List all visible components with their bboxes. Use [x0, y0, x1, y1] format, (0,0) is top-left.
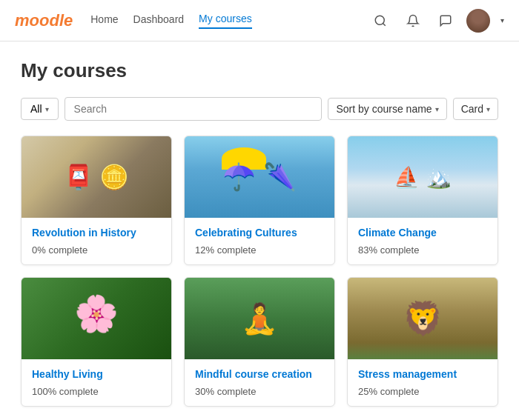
course-name-2[interactable]: Celebrating Cultures: [195, 227, 324, 239]
filters-row: All ▾ Sort by course name ▾ Card ▾: [21, 97, 498, 121]
filter-all-label: All: [30, 103, 42, 115]
search-icon-button[interactable]: [368, 9, 392, 33]
filter-all-button[interactable]: All ▾: [21, 98, 59, 120]
search-icon: [374, 14, 387, 27]
logo[interactable]: moodle: [15, 11, 73, 30]
course-info-1: Revolution in History 0% complete: [22, 218, 171, 264]
course-progress-3: 83% complete: [358, 244, 487, 256]
page-title: My courses: [21, 59, 498, 82]
course-image-4: [22, 278, 171, 359]
course-progress-1: 0% complete: [32, 244, 161, 256]
search-input[interactable]: [65, 97, 323, 121]
main-content: My courses All ▾ Sort by course name ▾ C…: [0, 41, 519, 420]
nav-links: Home Dashboard My courses: [90, 13, 368, 29]
course-grid: Revolution in History 0% complete Celebr…: [21, 136, 498, 407]
navbar: moodle Home Dashboard My courses ▾: [0, 0, 519, 41]
sort-dropdown[interactable]: Sort by course name ▾: [328, 98, 446, 120]
course-name-1[interactable]: Revolution in History: [32, 227, 161, 239]
view-chevron-icon: ▾: [486, 105, 490, 113]
course-info-2: Celebrating Cultures 12% complete: [185, 218, 334, 264]
course-image-5: [185, 278, 334, 359]
course-info-6: Stress management 25% complete: [348, 359, 497, 406]
course-progress-4: 100% complete: [32, 386, 161, 397]
course-card-4: Healthy Living 100% complete: [21, 277, 172, 407]
user-avatar[interactable]: [466, 9, 490, 33]
chat-icon: [439, 14, 452, 27]
course-progress-5: 30% complete: [195, 386, 324, 397]
course-card-6: Stress management 25% complete: [347, 277, 498, 407]
course-info-4: Healthy Living 100% complete: [22, 359, 171, 406]
svg-line-1: [383, 23, 385, 25]
course-card-3: Climate Change 83% complete: [347, 136, 498, 265]
view-dropdown[interactable]: Card ▾: [453, 98, 498, 120]
course-card-2: Celebrating Cultures 12% complete: [184, 136, 335, 265]
nav-my-courses[interactable]: My courses: [199, 13, 252, 29]
bell-icon: [406, 14, 420, 27]
course-image-3: [348, 136, 497, 218]
course-image-2: [185, 136, 334, 218]
nav-dashboard[interactable]: Dashboard: [133, 13, 185, 28]
course-name-5[interactable]: Mindful course creation: [195, 368, 324, 380]
course-image-6: [348, 278, 497, 359]
chat-icon-button[interactable]: [434, 9, 457, 33]
view-label: Card: [461, 103, 483, 115]
course-name-4[interactable]: Healthy Living: [32, 368, 161, 380]
course-name-6[interactable]: Stress management: [358, 368, 487, 380]
sort-label: Sort by course name: [336, 103, 432, 115]
svg-point-0: [375, 16, 384, 24]
sort-chevron-icon: ▾: [435, 105, 439, 113]
notification-bell-button[interactable]: [401, 9, 425, 33]
course-name-3[interactable]: Climate Change: [358, 227, 487, 239]
navbar-icons: ▾: [368, 9, 504, 33]
course-progress-6: 25% complete: [358, 386, 487, 397]
course-progress-2: 12% complete: [195, 244, 324, 256]
course-info-3: Climate Change 83% complete: [348, 218, 497, 264]
course-card-5: Mindful course creation 30% complete: [184, 277, 335, 407]
filter-all-chevron-icon: ▾: [45, 105, 49, 113]
nav-home[interactable]: Home: [90, 13, 118, 28]
avatar-image: [466, 9, 490, 33]
course-card-1: Revolution in History 0% complete: [21, 136, 172, 265]
course-info-5: Mindful course creation 30% complete: [185, 359, 334, 406]
avatar-chevron-icon[interactable]: ▾: [500, 16, 504, 24]
course-image-1: [22, 136, 171, 218]
